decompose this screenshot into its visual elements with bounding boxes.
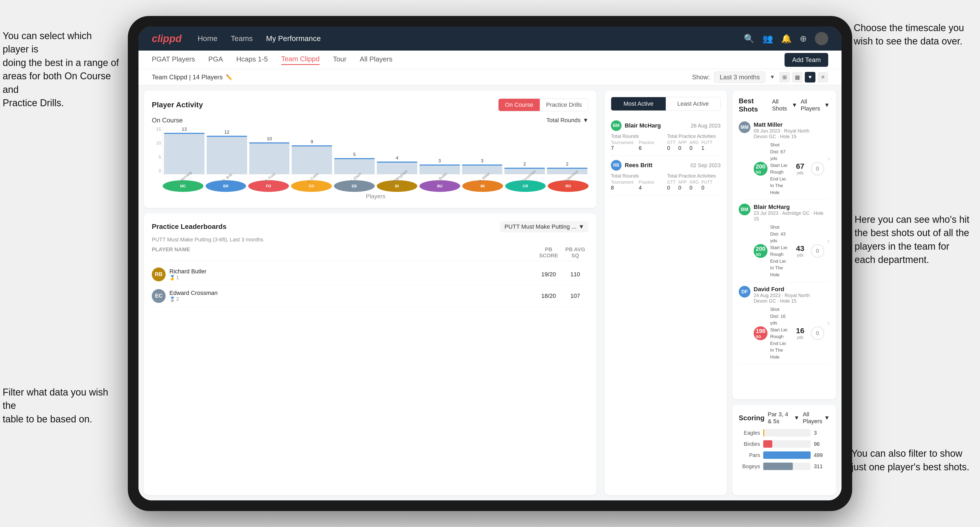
bar-num-4: 5: [353, 152, 355, 157]
bar-num-1: 12: [224, 130, 229, 135]
least-active-tab[interactable]: Least Active: [666, 97, 720, 110]
people-icon[interactable]: 👥: [762, 33, 773, 44]
ap-name-date-1: BM Blair McHarg 26 Aug 2023: [611, 120, 721, 131]
tab-team-clippd[interactable]: Team Clippd: [281, 55, 320, 65]
edit-icon[interactable]: ✏️: [226, 74, 232, 80]
list-view-icon[interactable]: ≡: [818, 72, 828, 83]
tablet-frame: clippd Home Teams My Performance 🔍 👥 🔔 ⊕…: [128, 16, 852, 511]
scoring-player-filter[interactable]: All Players ▼: [803, 411, 830, 425]
ap-name-2: Rees Britt: [625, 162, 652, 169]
scoring-bars: Eagles3Birdies96Pars499Bogeys311: [739, 429, 830, 470]
bar-line-5: [377, 162, 417, 163]
pb-score-1: 19/20: [535, 271, 562, 278]
bar-line-4: [334, 158, 375, 159]
score-bar-fill-1: [763, 440, 772, 448]
ap-stats-1: Total Rounds Tournament 7 Practice 6: [611, 133, 721, 151]
rank-num-1: 1: [176, 275, 179, 281]
avatar[interactable]: [815, 32, 828, 45]
plus-circle-icon[interactable]: ⊕: [800, 33, 807, 44]
ap-gtt-1: GTT 0: [667, 140, 676, 151]
heart-view-icon[interactable]: ♥: [805, 72, 815, 83]
bar-line-0: [164, 133, 205, 134]
sc-header: Scoring Par 3, 4 & 5s ▼ All Players ▼: [739, 411, 830, 425]
ap-tournament-2: Tournament 8: [611, 180, 633, 191]
shot-avatar-3: DF: [739, 286, 751, 298]
nav-home[interactable]: Home: [197, 34, 218, 43]
tab-pgat-players[interactable]: PGAT Players: [152, 55, 195, 64]
cards-view-icon[interactable]: ▦: [792, 72, 803, 83]
player-info-1: RB Richard Butler 🥇 1: [152, 268, 535, 281]
chevron-right-1[interactable]: ›: [827, 154, 830, 163]
annotation-bottom-left: Filter what data you wish thetable to be…: [3, 386, 120, 426]
ap-name-1: Blair McHarg: [625, 122, 661, 129]
nav-links: Home Teams My Performance: [197, 34, 744, 43]
shot-row-1[interactable]: MM Matt Miller 09 Jun 2023 · Royal North…: [739, 117, 830, 200]
shot-zero-1: 0: [811, 162, 824, 175]
chevron-right-3[interactable]: ›: [827, 319, 830, 327]
bar-fill-3: [291, 145, 332, 174]
shot-player-meta-2: 23 Jul 2023 · Ashridge GC · Hole 15: [754, 211, 824, 222]
on-course-toggle[interactable]: On Course: [498, 99, 539, 111]
tab-bar: PGAT Players PGA Hcaps 1-5 Team Clippd T…: [138, 51, 842, 69]
best-shots-filter[interactable]: All Shots ▼: [772, 98, 797, 112]
bell-icon[interactable]: 🔔: [781, 33, 792, 44]
tab-hcaps[interactable]: Hcaps 1-5: [236, 55, 268, 64]
ap-arg-1: ARG 0: [689, 140, 699, 151]
nav-teams[interactable]: Teams: [231, 34, 253, 43]
ap-date-2: 02 Sep 2023: [690, 162, 721, 168]
dropdown-chevron-icon[interactable]: ▼: [770, 74, 775, 80]
lh-pb-avg: PB AVG SQ: [562, 246, 589, 259]
player-name-rank-1: Richard Butler 🥇 1: [169, 268, 206, 281]
bar-line-3: [291, 145, 332, 146]
chevron-right-2[interactable]: ›: [827, 237, 830, 245]
shot-row-3[interactable]: DF David Ford 24 Aug 2023 · Royal North …: [739, 282, 830, 364]
practice-leaderboards-card: Practice Leaderboards PUTT Must Make Put…: [144, 213, 597, 495]
tab-tour[interactable]: Tour: [333, 55, 347, 64]
leaderboard-row-1[interactable]: RB Richard Butler 🥇 1 19/20 110: [152, 264, 589, 285]
lh-player-name: PLAYER NAME: [152, 246, 535, 259]
shot-info-3: Shot Dist: 16 yds Start Lie: Rough End L…: [770, 306, 790, 360]
shot-avatar-2: BM: [739, 204, 751, 215]
shot-details-3: 198 SG Shot Dist: 16 yds Start Lie: Roug…: [754, 306, 824, 360]
bar-num-2: 10: [267, 136, 272, 141]
add-team-button[interactable]: Add Team: [784, 53, 828, 67]
bar-num-8: 2: [523, 162, 526, 167]
practice-label-1: Practice: [639, 140, 654, 145]
course-toggle: On Course Practice Drills: [498, 98, 589, 111]
sub-bar: Team Clippd | 14 Players ✏️ Show: Last 3…: [138, 69, 842, 85]
practice-val-1: 6: [639, 145, 654, 151]
nav-my-performance[interactable]: My Performance: [266, 34, 321, 43]
leaderboard-row-2[interactable]: EC Edward Crossman 🥈 2 18/20 107: [152, 285, 589, 307]
main-content: Player Activity On Course Practice Drill…: [138, 85, 842, 500]
time-filter-dropdown[interactable]: Last 3 months: [714, 71, 765, 83]
ap-gtt-2: GTT 0: [667, 180, 676, 191]
practice-title: Practice Leaderboards: [152, 222, 226, 231]
search-icon[interactable]: 🔍: [744, 33, 754, 44]
tab-all-players[interactable]: All Players: [360, 55, 393, 64]
ap-putt-1: PUTT 1: [702, 140, 713, 151]
best-shots-player-filter[interactable]: All Players ▼: [800, 98, 830, 112]
player-activity-title: Player Activity: [152, 101, 203, 109]
bar-num-0: 13: [181, 127, 187, 132]
drill-selector[interactable]: PUTT Must Make Putting ... ▼: [500, 221, 589, 232]
shot-stat-yards-3: 16 yds: [792, 327, 808, 340]
tab-pga[interactable]: PGA: [208, 55, 223, 64]
bars-area: 1312109543322: [163, 127, 589, 174]
grid-view-icon[interactable]: ⊞: [779, 72, 790, 83]
ap-practice-act-label-2: Total Practice Activities: [667, 173, 721, 179]
y-tick-10: 10: [152, 141, 161, 146]
scoring-filter[interactable]: Par 3, 4 & 5s ▼: [768, 411, 800, 425]
practice-drills-toggle[interactable]: Practice Drills: [540, 99, 588, 111]
bars-and-labels: 1312109543322: [163, 127, 589, 174]
most-active-tab[interactable]: Most Active: [611, 97, 666, 110]
activity-player-row-1: BM Blair McHarg 26 Aug 2023 Total Rounds…: [611, 116, 721, 156]
ap-tournament-1: Tournament 7: [611, 140, 633, 151]
score-value-2: 499: [814, 452, 830, 458]
score-value-3: 311: [814, 464, 830, 470]
activity-card: Most Active Least Active BM Blair McHarg…: [605, 90, 727, 495]
shot-player-meta-1: 09 Jun 2023 · Royal North Devon GC · Hol…: [754, 128, 824, 140]
ap-rounds-values-2: Tournament 8 Practice 4: [611, 180, 664, 191]
ap-rounds-2: Total Rounds Tournament 8 Practice 4: [611, 173, 664, 191]
total-rounds-dropdown[interactable]: Total Rounds ▼: [546, 117, 589, 124]
shot-row-2[interactable]: BM Blair McHarg 23 Jul 2023 · Ashridge G…: [739, 200, 830, 282]
